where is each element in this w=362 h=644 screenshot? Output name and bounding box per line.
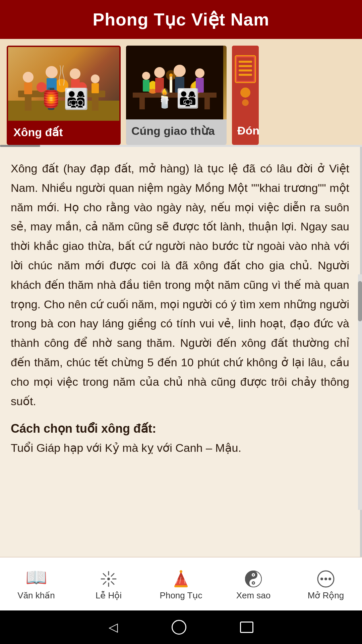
svg-rect-11 xyxy=(71,79,80,92)
bottom-navigation: 📖 Văn khấn Lễ Hội xyxy=(0,557,362,610)
svg-rect-33 xyxy=(155,78,164,93)
carousel-item-xong-dat[interactable]: Xông đất xyxy=(7,46,121,145)
svg-line-57 xyxy=(103,582,106,584)
svg-rect-35 xyxy=(175,77,184,93)
van-khan-icon: 📖 xyxy=(25,567,47,588)
svg-point-72 xyxy=(320,578,323,580)
svg-point-47 xyxy=(240,88,250,98)
app-header: Phong Tục Việt Nam xyxy=(0,0,362,39)
svg-point-10 xyxy=(70,68,80,79)
main-text: Xông đất (hay đạp đất, mở hàng) là tục l… xyxy=(11,159,349,411)
nav-item-xem-sao[interactable]: Xem sao xyxy=(217,557,290,610)
svg-rect-1 xyxy=(25,97,32,111)
le-hoi-icon xyxy=(100,567,117,587)
svg-rect-9 xyxy=(47,78,57,92)
carousel-image-xong-dat xyxy=(8,47,119,121)
xem-sao-icon xyxy=(245,567,262,587)
svg-point-6 xyxy=(23,72,34,83)
svg-rect-2 xyxy=(92,97,99,111)
svg-rect-7 xyxy=(24,83,32,94)
svg-rect-45 xyxy=(239,69,252,71)
svg-point-4 xyxy=(55,79,68,92)
svg-point-36 xyxy=(195,68,204,78)
svg-rect-39 xyxy=(143,80,149,92)
svg-rect-44 xyxy=(239,65,252,67)
carousel-label-don: Đón xyxy=(232,119,259,142)
nav-label-le-hoi: Lễ Hội xyxy=(96,590,122,601)
svg-line-55 xyxy=(111,582,114,584)
scroll-track xyxy=(358,274,362,510)
carousel-label-cung-giao-thua: Cúng giao thừa xyxy=(126,119,227,142)
nav-item-phong-tuc[interactable]: Phong Tục xyxy=(145,557,217,610)
scroll-thumb[interactable] xyxy=(358,281,362,321)
nav-item-le-hoi[interactable]: Lễ Hội xyxy=(72,557,145,610)
svg-point-68 xyxy=(253,574,254,576)
phong-tuc-icon xyxy=(172,567,190,587)
carousel-image-cung-giao-thua xyxy=(126,46,227,119)
android-navigation-bar: ◁ xyxy=(0,610,362,644)
svg-point-73 xyxy=(324,578,327,580)
carousel-image-don xyxy=(232,46,259,119)
svg-rect-15 xyxy=(133,93,217,98)
svg-rect-37 xyxy=(196,78,204,93)
nav-label-mo-rong: Mở Rộng xyxy=(308,590,344,601)
svg-point-60 xyxy=(180,570,182,573)
svg-point-3 xyxy=(37,82,47,92)
tuoi-line: Tuổi Giáp hạp với Kỷ mà kỵ với Canh – Mậ… xyxy=(11,441,349,454)
article-content: Xông đất (hay đạp đất, mở hàng) là tục l… xyxy=(0,147,362,557)
svg-rect-61 xyxy=(174,585,188,587)
app-title: Phong Tục Việt Nam xyxy=(7,9,355,30)
svg-point-48 xyxy=(242,99,249,106)
back-button[interactable]: ◁ xyxy=(109,620,118,634)
nav-label-xem-sao: Xem sao xyxy=(236,590,271,601)
nav-label-phong-tuc: Phong Tục xyxy=(160,590,202,601)
svg-point-38 xyxy=(142,72,150,80)
carousel-section: Xông đất xyxy=(0,39,362,145)
section-title: Cách chọn tuổi xông đất: xyxy=(11,422,349,436)
home-button[interactable] xyxy=(172,620,186,635)
svg-point-49 xyxy=(107,578,110,580)
nav-item-van-khan[interactable]: 📖 Văn khấn xyxy=(0,557,72,610)
svg-line-56 xyxy=(111,574,114,576)
carousel-label-xong-dat: Xông đất xyxy=(8,121,119,144)
svg-point-12 xyxy=(91,74,100,83)
carousel-item-cung-giao-thua[interactable]: Cúng giao thừa xyxy=(126,46,227,145)
svg-rect-43 xyxy=(239,61,252,63)
nav-item-mo-rong[interactable]: Mở Rộng xyxy=(290,557,362,610)
svg-point-69 xyxy=(253,582,254,584)
svg-rect-13 xyxy=(92,83,99,93)
svg-rect-16 xyxy=(139,98,145,109)
svg-rect-46 xyxy=(239,74,252,76)
svg-point-32 xyxy=(154,67,165,78)
svg-point-8 xyxy=(46,66,58,78)
nav-label-van-khan: Văn khấn xyxy=(17,590,55,601)
svg-rect-17 xyxy=(204,98,210,109)
carousel-item-don[interactable]: Đón xyxy=(232,46,259,145)
svg-point-74 xyxy=(328,578,331,580)
mo-rong-icon xyxy=(317,567,335,587)
svg-line-54 xyxy=(103,574,106,576)
svg-point-34 xyxy=(174,65,186,77)
recent-apps-button[interactable] xyxy=(240,622,253,633)
